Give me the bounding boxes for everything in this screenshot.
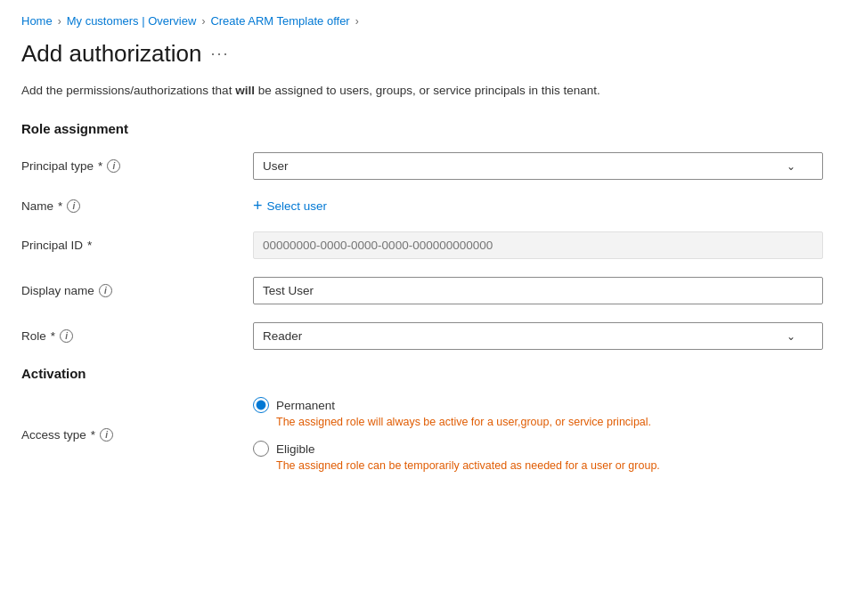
role-select[interactable]: Reader ⌄: [253, 322, 823, 350]
activation-form: Access type * i Permanent The assigned r…: [21, 397, 823, 472]
principal-type-chevron-icon: ⌄: [787, 160, 795, 173]
role-label: Role * i: [21, 329, 253, 343]
access-type-info-icon[interactable]: i: [100, 428, 113, 442]
role-assignment-section-title: Role assignment: [21, 121, 827, 136]
role-info-icon[interactable]: i: [60, 329, 73, 343]
page-title-ellipsis: ···: [210, 45, 229, 63]
radio-item-eligible: Eligible The assigned role can be tempor…: [253, 441, 823, 472]
breadcrumb-home[interactable]: Home: [21, 14, 53, 28]
name-field-wrapper: + Select user: [253, 198, 823, 214]
breadcrumb-my-customers[interactable]: My customers | Overview: [67, 14, 197, 28]
breadcrumb-create-arm[interactable]: Create ARM Template offer: [210, 14, 349, 28]
principal-type-label: Principal type * i: [21, 159, 253, 173]
radio-permanent[interactable]: [253, 397, 269, 413]
principal-type-value: User: [263, 159, 289, 173]
role-chevron-icon: ⌄: [787, 330, 795, 343]
select-user-button[interactable]: + Select user: [253, 198, 327, 214]
principal-type-select[interactable]: User ⌄: [253, 152, 823, 180]
role-value: Reader: [263, 329, 302, 343]
display-name-info-icon[interactable]: i: [99, 284, 112, 297]
name-info-icon[interactable]: i: [67, 199, 80, 213]
principal-id-input[interactable]: [253, 231, 823, 259]
display-name-input[interactable]: [253, 277, 823, 304]
name-label: Name * i: [21, 199, 253, 213]
radio-permanent-label: Permanent: [276, 399, 335, 412]
radio-group-access-type: Permanent The assigned role will always …: [253, 397, 823, 472]
principal-id-label: Principal ID *: [21, 239, 253, 252]
activation-section: Activation Access type * i Permanent The…: [21, 366, 827, 472]
plus-icon: +: [253, 198, 263, 214]
access-type-label: Access type * i: [21, 428, 253, 442]
radio-eligible-desc: The assigned role can be temporarily act…: [276, 459, 823, 472]
select-user-label: Select user: [267, 199, 328, 213]
page-title: Add authorization ···: [21, 40, 827, 68]
role-select-wrapper: Reader ⌄: [253, 322, 823, 350]
page-description: Add the permissions/authorizations that …: [21, 82, 827, 100]
display-name-field-wrapper: [253, 277, 823, 304]
principal-id-field-wrapper: [253, 231, 823, 259]
principal-type-select-wrapper: User ⌄: [253, 152, 823, 180]
access-type-options: Permanent The assigned role will always …: [253, 397, 823, 472]
breadcrumb-sep-3: ›: [355, 15, 359, 28]
radio-eligible[interactable]: [253, 441, 269, 457]
breadcrumb: Home › My customers | Overview › Create …: [21, 14, 827, 28]
principal-type-info-icon[interactable]: i: [107, 159, 120, 173]
radio-item-permanent: Permanent The assigned role will always …: [253, 397, 823, 428]
activation-section-title: Activation: [21, 366, 827, 381]
role-assignment-form: Principal type * i User ⌄ Name * i + Sel…: [21, 152, 823, 350]
page-title-text: Add authorization: [21, 40, 201, 68]
radio-eligible-label: Eligible: [276, 442, 315, 456]
breadcrumb-sep-2: ›: [201, 15, 205, 28]
display-name-label: Display name i: [21, 284, 253, 297]
breadcrumb-sep-1: ›: [58, 15, 61, 28]
radio-permanent-desc: The assigned role will always be active …: [276, 416, 823, 428]
